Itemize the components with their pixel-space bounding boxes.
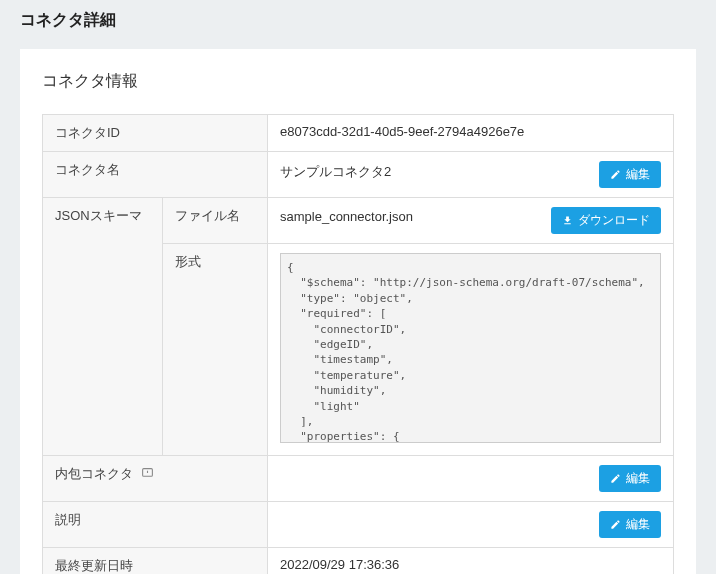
value-connector-name: サンプルコネクタ2 bbox=[280, 161, 391, 181]
pencil-icon bbox=[610, 169, 621, 180]
label-inner-connector: 内包コネクタ bbox=[43, 456, 268, 502]
download-button-label: ダウンロード bbox=[578, 212, 650, 229]
edit-description-button[interactable]: 編集 bbox=[599, 511, 661, 538]
row-inner-connector: 内包コネクタ 編集 bbox=[43, 456, 674, 502]
connector-info-table: コネクタID e8073cdd-32d1-40d5-9eef-2794a4926… bbox=[42, 114, 674, 574]
cell-inner-connector: 編集 bbox=[268, 456, 674, 502]
help-icon[interactable] bbox=[141, 467, 154, 483]
label-connector-name: コネクタ名 bbox=[43, 152, 268, 198]
row-last-updated: 最終更新日時 2022/09/29 17:36:36 bbox=[43, 548, 674, 575]
value-connector-id: e8073cdd-32d1-40d5-9eef-2794a4926e7e bbox=[268, 115, 674, 152]
row-description: 説明 編集 bbox=[43, 502, 674, 548]
pencil-icon bbox=[610, 473, 621, 484]
page-title: コネクタ詳細 bbox=[20, 10, 696, 31]
label-description: 説明 bbox=[43, 502, 268, 548]
label-file-name: ファイル名 bbox=[163, 198, 268, 244]
row-json-schema-filename: JSONスキーマ ファイル名 sample_connector.json ダウン… bbox=[43, 198, 674, 244]
value-last-updated: 2022/09/29 17:36:36 bbox=[268, 548, 674, 575]
connector-info-card: コネクタ情報 コネクタID e8073cdd-32d1-40d5-9eef-27… bbox=[20, 49, 696, 574]
card-title: コネクタ情報 bbox=[42, 71, 674, 92]
row-connector-name: コネクタ名 サンプルコネクタ2 編集 bbox=[43, 152, 674, 198]
label-inner-connector-text: 内包コネクタ bbox=[55, 466, 133, 481]
edit-inner-connector-button[interactable]: 編集 bbox=[599, 465, 661, 492]
label-connector-id: コネクタID bbox=[43, 115, 268, 152]
edit-button-label: 編集 bbox=[626, 516, 650, 533]
label-format: 形式 bbox=[163, 244, 268, 456]
cell-format bbox=[268, 244, 674, 456]
schema-format-textarea[interactable] bbox=[280, 253, 661, 443]
label-json-schema: JSONスキーマ bbox=[43, 198, 163, 456]
edit-connector-name-button[interactable]: 編集 bbox=[599, 161, 661, 188]
download-icon bbox=[562, 215, 573, 226]
edit-button-label: 編集 bbox=[626, 166, 650, 183]
cell-connector-name: サンプルコネクタ2 編集 bbox=[268, 152, 674, 198]
cell-file-name: sample_connector.json ダウンロード bbox=[268, 198, 674, 244]
label-last-updated: 最終更新日時 bbox=[43, 548, 268, 575]
row-connector-id: コネクタID e8073cdd-32d1-40d5-9eef-2794a4926… bbox=[43, 115, 674, 152]
cell-description: 編集 bbox=[268, 502, 674, 548]
pencil-icon bbox=[610, 519, 621, 530]
download-button[interactable]: ダウンロード bbox=[551, 207, 661, 234]
edit-button-label: 編集 bbox=[626, 470, 650, 487]
value-file-name: sample_connector.json bbox=[280, 207, 413, 224]
